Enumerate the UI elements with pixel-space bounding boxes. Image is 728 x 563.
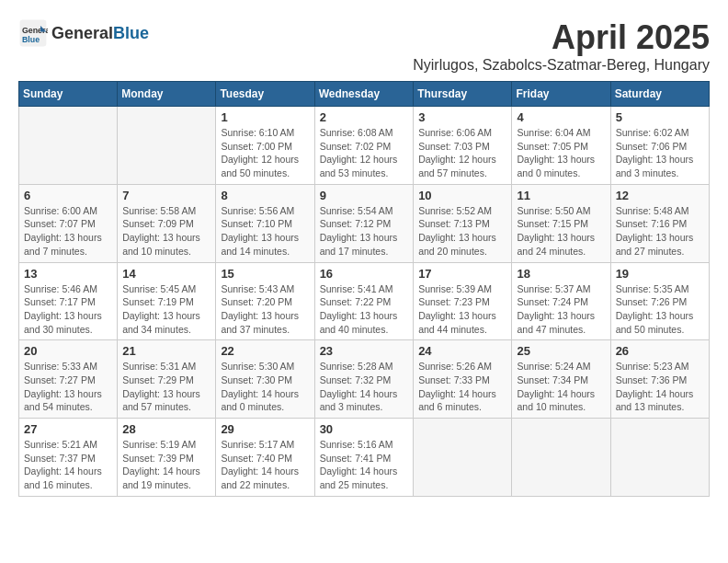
calendar-cell: 16Sunrise: 5:41 AM Sunset: 7:22 PM Dayli… [314,262,414,340]
weekday-header-wednesday: Wednesday [314,82,414,107]
calendar-cell: 5Sunrise: 6:02 AM Sunset: 7:06 PM Daylig… [610,107,709,185]
day-info: Sunrise: 5:17 AM Sunset: 7:40 PM Dayligh… [221,438,309,492]
weekday-header-sunday: Sunday [19,82,118,107]
day-info: Sunrise: 5:48 AM Sunset: 7:16 PM Dayligh… [616,204,704,259]
calendar-cell [414,419,512,497]
day-number: 5 [616,110,704,124]
day-number: 6 [24,189,112,202]
day-number: 7 [122,189,210,202]
calendar-cell [19,107,118,185]
day-number: 15 [221,267,309,281]
day-info: Sunrise: 5:41 AM Sunset: 7:22 PM Dayligh… [320,282,409,337]
day-info: Sunrise: 5:35 AM Sunset: 7:26 PM Dayligh… [616,282,704,337]
calendar-cell: 15Sunrise: 5:43 AM Sunset: 7:20 PM Dayli… [216,262,314,340]
day-number: 22 [221,344,309,358]
day-number: 25 [517,344,605,358]
day-info: Sunrise: 5:43 AM Sunset: 7:20 PM Dayligh… [221,282,309,337]
day-number: 4 [517,110,605,124]
day-number: 23 [320,344,409,358]
day-info: Sunrise: 5:52 AM Sunset: 7:13 PM Dayligh… [418,204,506,259]
day-number: 16 [320,267,409,281]
weekday-header-saturday: Saturday [610,82,709,107]
day-number: 13 [24,267,112,281]
day-info: Sunrise: 5:19 AM Sunset: 7:39 PM Dayligh… [122,438,210,492]
day-number: 1 [221,110,309,124]
calendar-cell: 19Sunrise: 5:35 AM Sunset: 7:26 PM Dayli… [610,262,709,340]
day-number: 30 [320,422,409,436]
day-info: Sunrise: 6:04 AM Sunset: 7:05 PM Dayligh… [517,126,605,180]
day-info: Sunrise: 5:30 AM Sunset: 7:30 PM Dayligh… [221,360,309,414]
calendar-cell: 10Sunrise: 5:52 AM Sunset: 7:13 PM Dayli… [414,184,512,262]
day-info: Sunrise: 6:00 AM Sunset: 7:07 PM Dayligh… [24,204,112,259]
day-number: 10 [418,189,506,202]
logo-text-general: General [51,24,113,42]
calendar-cell: 29Sunrise: 5:17 AM Sunset: 7:40 PM Dayli… [216,419,314,497]
day-info: Sunrise: 5:28 AM Sunset: 7:32 PM Dayligh… [320,360,409,414]
calendar-cell: 21Sunrise: 5:31 AM Sunset: 7:29 PM Dayli… [118,340,216,419]
day-number: 9 [320,189,409,202]
day-number: 24 [418,344,506,358]
day-number: 17 [418,267,506,281]
calendar-cell: 22Sunrise: 5:30 AM Sunset: 7:30 PM Dayli… [216,340,314,419]
logo-icon: General Blue [18,18,48,48]
day-info: Sunrise: 5:21 AM Sunset: 7:37 PM Dayligh… [24,438,112,492]
calendar-cell: 24Sunrise: 5:26 AM Sunset: 7:33 PM Dayli… [414,340,512,419]
calendar-cell: 13Sunrise: 5:46 AM Sunset: 7:17 PM Dayli… [19,262,118,340]
calendar-cell: 9Sunrise: 5:54 AM Sunset: 7:12 PM Daylig… [314,184,414,262]
day-number: 18 [517,267,605,281]
day-info: Sunrise: 5:50 AM Sunset: 7:15 PM Dayligh… [517,204,605,259]
weekday-header-thursday: Thursday [414,82,512,107]
calendar-cell: 18Sunrise: 5:37 AM Sunset: 7:24 PM Dayli… [512,262,610,340]
day-info: Sunrise: 5:26 AM Sunset: 7:33 PM Dayligh… [418,360,506,414]
day-info: Sunrise: 5:23 AM Sunset: 7:36 PM Dayligh… [616,360,704,414]
day-number: 20 [24,344,112,358]
day-number: 29 [221,422,309,436]
weekday-header-row: SundayMondayTuesdayWednesdayThursdayFrid… [19,82,710,107]
calendar-cell: 23Sunrise: 5:28 AM Sunset: 7:32 PM Dayli… [314,340,414,419]
day-number: 28 [122,422,210,436]
logo-text-blue: Blue [113,24,149,42]
calendar-cell: 2Sunrise: 6:08 AM Sunset: 7:02 PM Daylig… [314,107,414,185]
calendar-cell: 1Sunrise: 6:10 AM Sunset: 7:00 PM Daylig… [216,107,314,185]
logo: General Blue GeneralBlue [18,18,149,48]
title-block: April 2025 Nyirlugos, Szabolcs-Szatmar-B… [413,18,710,74]
day-info: Sunrise: 5:24 AM Sunset: 7:34 PM Dayligh… [517,360,605,414]
calendar-cell: 17Sunrise: 5:39 AM Sunset: 7:23 PM Dayli… [414,262,512,340]
day-info: Sunrise: 5:16 AM Sunset: 7:41 PM Dayligh… [320,438,409,492]
day-number: 14 [122,267,210,281]
calendar-cell: 27Sunrise: 5:21 AM Sunset: 7:37 PM Dayli… [19,419,118,497]
day-info: Sunrise: 5:33 AM Sunset: 7:27 PM Dayligh… [24,360,112,414]
day-number: 21 [122,344,210,358]
calendar-week-2: 6Sunrise: 6:00 AM Sunset: 7:07 PM Daylig… [19,184,710,262]
calendar-cell: 25Sunrise: 5:24 AM Sunset: 7:34 PM Dayli… [512,340,610,419]
day-number: 2 [320,110,409,124]
day-info: Sunrise: 5:45 AM Sunset: 7:19 PM Dayligh… [122,282,210,337]
day-number: 11 [517,189,605,202]
calendar-cell: 14Sunrise: 5:45 AM Sunset: 7:19 PM Dayli… [118,262,216,340]
calendar-body: 1Sunrise: 6:10 AM Sunset: 7:00 PM Daylig… [19,107,710,497]
calendar-cell: 11Sunrise: 5:50 AM Sunset: 7:15 PM Dayli… [512,184,610,262]
calendar-cell [610,419,709,497]
calendar-cell: 3Sunrise: 6:06 AM Sunset: 7:03 PM Daylig… [414,107,512,185]
day-number: 27 [24,422,112,436]
weekday-header-monday: Monday [118,82,216,107]
month-year-title: April 2025 [413,18,710,57]
day-number: 12 [616,189,704,202]
day-number: 19 [616,267,704,281]
calendar-cell: 6Sunrise: 6:00 AM Sunset: 7:07 PM Daylig… [19,184,118,262]
day-info: Sunrise: 5:39 AM Sunset: 7:23 PM Dayligh… [418,282,506,337]
day-info: Sunrise: 6:06 AM Sunset: 7:03 PM Dayligh… [418,126,506,180]
calendar-table: SundayMondayTuesdayWednesdayThursdayFrid… [18,81,710,497]
calendar-cell: 4Sunrise: 6:04 AM Sunset: 7:05 PM Daylig… [512,107,610,185]
day-info: Sunrise: 6:08 AM Sunset: 7:02 PM Dayligh… [320,126,409,180]
weekday-header-friday: Friday [512,82,610,107]
calendar-cell: 8Sunrise: 5:56 AM Sunset: 7:10 PM Daylig… [216,184,314,262]
calendar-cell: 30Sunrise: 5:16 AM Sunset: 7:41 PM Dayli… [314,419,414,497]
weekday-header-tuesday: Tuesday [216,82,314,107]
calendar-cell: 26Sunrise: 5:23 AM Sunset: 7:36 PM Dayli… [610,340,709,419]
day-info: Sunrise: 5:31 AM Sunset: 7:29 PM Dayligh… [122,360,210,414]
calendar-week-3: 13Sunrise: 5:46 AM Sunset: 7:17 PM Dayli… [19,262,710,340]
day-info: Sunrise: 5:56 AM Sunset: 7:10 PM Dayligh… [221,204,309,259]
location-title: Nyirlugos, Szabolcs-Szatmar-Bereg, Hunga… [413,57,710,74]
day-number: 8 [221,189,309,202]
